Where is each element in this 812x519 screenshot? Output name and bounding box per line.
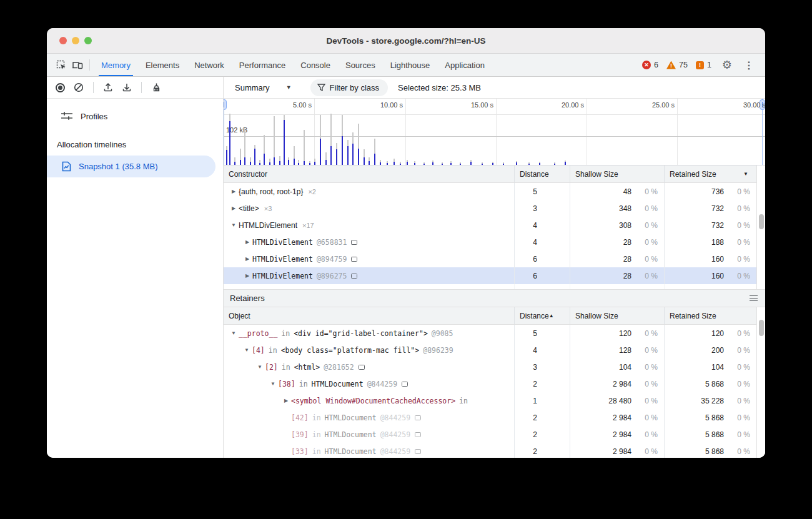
retainer-property[interactable]: [42] (291, 413, 309, 422)
tab-elements[interactable]: Elements (138, 54, 187, 76)
column-header-ret-distance[interactable]: Distance▲ (514, 307, 570, 324)
reveal-icon[interactable] (351, 240, 357, 245)
retainer-property[interactable]: <symbol Window#DocumentCachedAccessor> (291, 397, 455, 405)
expand-arrow-icon[interactable]: ▶ (229, 205, 239, 211)
tab-sources[interactable]: Sources (338, 54, 383, 76)
alloc-bar-live (264, 154, 265, 165)
reveal-icon[interactable] (351, 274, 357, 279)
constructor-row[interactable]: ▼HTMLDivElement×1743080 %7320 % (224, 217, 756, 234)
column-header-ret-shallow[interactable]: Shallow Size (570, 307, 664, 324)
reveal-icon[interactable] (359, 365, 365, 370)
constructor-row[interactable]: ▶HTMLDivElement@8962756280 %1600 % (224, 267, 756, 284)
alloc-bar-live (394, 162, 395, 165)
inspect-element-icon[interactable] (53, 57, 69, 73)
constructor-row[interactable]: ▶HTMLDivElement (224, 284, 756, 289)
expand-arrow-icon[interactable]: ▶ (242, 256, 252, 262)
warning-badge[interactable]: ! 75 (666, 61, 688, 69)
titlebar[interactable]: DevTools - store.google.com/?hl=en-US (47, 28, 765, 54)
expand-arrow-icon[interactable]: ▶ (229, 189, 239, 194)
retainer-property[interactable]: [4] (252, 346, 265, 355)
tab-network[interactable]: Network (187, 54, 232, 76)
minimize-window-button[interactable] (72, 37, 79, 44)
error-badge[interactable]: ✕ 6 (642, 61, 658, 69)
column-header-constructor[interactable]: Constructor (224, 166, 514, 182)
expand-arrow-icon[interactable]: ▶ (242, 273, 252, 279)
retainer-row[interactable]: ▼[2]in<html>@28165231040 %1040 % (224, 358, 756, 375)
reveal-icon[interactable] (351, 257, 357, 262)
reveal-icon[interactable] (415, 432, 421, 437)
retainers-menu-icon[interactable] (750, 295, 759, 302)
constructor-row[interactable]: ▶{auth, root, root-1p}×25480 %7360 % (224, 183, 756, 200)
clear-profiles-button[interactable] (71, 79, 87, 96)
issues-badge[interactable]: ! 1 (696, 61, 711, 69)
collapse-arrow-icon[interactable]: ▼ (242, 347, 252, 353)
toggle-device-toolbar-icon[interactable] (69, 57, 86, 73)
save-profile-icon[interactable] (119, 79, 135, 96)
load-profile-icon[interactable] (100, 79, 116, 96)
selection-left-handle[interactable] (224, 99, 227, 110)
reveal-icon[interactable] (402, 382, 408, 387)
constructor-scrollbar[interactable] (756, 166, 765, 289)
retainer-property[interactable]: [39] (291, 430, 309, 439)
column-header-distance[interactable]: Distance (514, 166, 570, 182)
timeline-gridline (405, 99, 406, 165)
retainer-row[interactable]: ▼__proto__in<div id="grid-label-containe… (224, 325, 756, 342)
expand-arrow-icon[interactable]: ▶ (281, 398, 291, 403)
reveal-icon[interactable] (415, 449, 421, 454)
retainer-property[interactable]: [33] (291, 447, 309, 456)
zoom-window-button[interactable] (84, 37, 92, 44)
scrollbar-thumb[interactable] (759, 214, 764, 229)
retained-size-cell: 1200 % (664, 325, 756, 342)
tab-lighthouse[interactable]: Lighthouse (383, 54, 438, 76)
tab-console[interactable]: Console (293, 54, 338, 76)
column-header-retained-size[interactable]: Retained Size▼ (664, 166, 756, 182)
retainer-property[interactable]: __proto__ (239, 329, 277, 338)
constructor-row[interactable]: ▶HTMLDivElement@8947596280 %1600 % (224, 250, 756, 267)
tab-performance[interactable]: Performance (232, 54, 293, 76)
tab-application[interactable]: Application (437, 54, 492, 76)
retainer-row[interactable]: [33]inHTMLDocument@84425922 9840 %5 8680… (224, 443, 756, 458)
alloc-bar-live (470, 162, 472, 165)
retainer-row[interactable]: [42]inHTMLDocument@84425922 9840 %5 8680… (224, 409, 756, 426)
shallow-size-cell-percent: 0 % (631, 380, 658, 388)
shallow-size-cell: 480 % (570, 183, 664, 200)
distance-cell: 4 (514, 342, 570, 358)
expand-arrow-icon[interactable]: ▶ (242, 239, 252, 245)
retainer-property[interactable]: [2] (265, 363, 278, 372)
constructor-row[interactable]: ▶HTMLDivElement@6588314280 %1880 % (224, 234, 756, 250)
constructor-row[interactable]: ▶<title>×333480 %7320 % (224, 200, 756, 217)
record-allocation-button[interactable] (52, 79, 68, 96)
collapse-arrow-icon[interactable]: ▼ (268, 381, 278, 387)
filter-by-class-input[interactable]: Filter by class (310, 79, 388, 96)
retainer-row[interactable]: [39]inHTMLDocument@84425922 9840 %5 8680… (224, 426, 756, 443)
retainer-row[interactable]: ▼[38]inHTMLDocument@84425922 9840 %5 868… (224, 375, 756, 392)
collapse-arrow-icon[interactable]: ▼ (255, 364, 265, 370)
column-header-object[interactable]: Object (224, 307, 514, 324)
close-window-button[interactable] (59, 37, 67, 44)
collapse-arrow-icon[interactable]: ▼ (229, 330, 239, 336)
sidebar-item-snapshot-1[interactable]: Snapshot 1 (35.8 MB) (47, 156, 215, 177)
column-header-ret-retained[interactable]: Retained Size (664, 307, 756, 324)
column-header-shallow-size[interactable]: Shallow Size (570, 166, 664, 182)
alloc-bar-live (387, 163, 388, 165)
reveal-icon[interactable] (415, 415, 421, 420)
sidebar-item-profiles[interactable]: Profiles (47, 105, 223, 127)
alloc-bar-live (460, 164, 461, 165)
more-options-icon[interactable]: ⋮ (740, 59, 758, 71)
shallow-size-cell: 2 9840 % (570, 443, 664, 458)
profiles-sidebar: Profiles Allocation timelines Snapshot 1… (47, 99, 224, 458)
retainer-row[interactable]: ▼[4]in<body class="platform-mac fill">@8… (224, 342, 756, 358)
collect-garbage-icon[interactable] (148, 79, 164, 96)
scrollbar-thumb[interactable] (759, 320, 764, 336)
allocation-timeline-chart[interactable]: 102 kB 5.00 s10.00 s15.00 s20.00 s25.00 … (224, 99, 765, 166)
perspective-select[interactable]: Summary ▼ (231, 83, 295, 92)
distance-cell: 4 (514, 217, 570, 234)
retainer-property[interactable]: [38] (278, 380, 295, 388)
retainers-scrollbar[interactable] (756, 307, 765, 458)
retainer-row[interactable]: ▶<symbol Window#DocumentCachedAccessor>i… (224, 392, 756, 409)
snapshot-document-icon (62, 161, 71, 172)
settings-gear-icon[interactable]: ⚙ (722, 58, 732, 72)
alloc-bar-live (342, 136, 343, 165)
tab-memory[interactable]: Memory (94, 54, 138, 76)
collapse-arrow-icon[interactable]: ▼ (229, 222, 239, 228)
